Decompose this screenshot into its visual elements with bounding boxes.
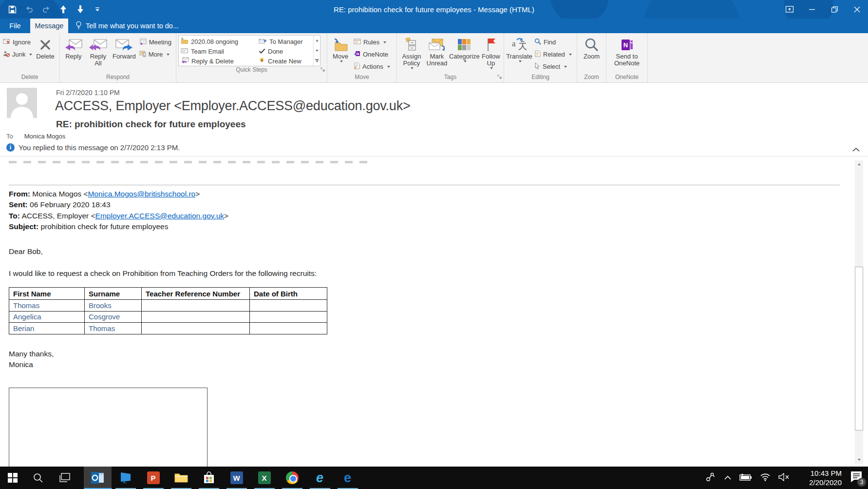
junk-icon [3, 51, 10, 59]
taskbar-edge[interactable]: e [334, 467, 361, 489]
scroll-down-button[interactable] [855, 456, 863, 464]
collapse-header-chevron-icon[interactable] [852, 145, 860, 154]
follow-up-button[interactable]: Follow Up [480, 36, 502, 69]
done-check-icon [259, 48, 265, 55]
minimize-button[interactable] [801, 0, 823, 19]
create-new-icon [259, 57, 265, 65]
ribbon-group-delete: Ignore Junk Delete Delete [0, 33, 60, 82]
junk-button[interactable]: Junk [1, 49, 33, 59]
more-respond-button[interactable]: More [138, 49, 174, 59]
quick-step-item[interactable]: Team Email [181, 46, 259, 56]
meeting-button[interactable]: Meeting [138, 37, 174, 47]
table-header-row: First NameSurnameTeacher Reference Numbe… [9, 288, 327, 300]
to-recipient[interactable]: Monica Mogos [24, 133, 66, 140]
taskbar-search-button[interactable] [25, 467, 51, 489]
quick-step-item[interactable]: 2020.08 ongoing [181, 37, 259, 46]
quick-step-item[interactable]: Reply & Delete [181, 56, 259, 66]
gallery-down-button[interactable] [314, 46, 320, 56]
sender-avatar[interactable] [7, 88, 37, 118]
gallery-up-button[interactable] [314, 36, 320, 46]
action-center-button[interactable]: 3 [849, 470, 864, 485]
taskbar-internet-explorer[interactable]: e [306, 467, 334, 489]
volume-muted-icon[interactable] [778, 473, 790, 483]
taskbar-powerpoint[interactable]: P [139, 467, 167, 489]
from-email-link[interactable]: Monica.Mogos@britishschool.ro [88, 190, 195, 198]
taskbar-excel[interactable]: X [250, 467, 278, 489]
email-table: First NameSurnameTeacher Reference Numbe… [9, 287, 327, 334]
ribbon-display-options-icon[interactable] [778, 0, 801, 19]
select-button[interactable]: Select [533, 61, 574, 72]
from-line: From: Monica Mogos <Monica.Mogos@british… [9, 189, 228, 199]
delete-button[interactable]: Delete [33, 36, 58, 60]
tell-me-box[interactable]: Tell me what you want to do... [68, 19, 186, 33]
start-button[interactable] [0, 467, 25, 489]
scroll-up-button[interactable] [855, 160, 863, 168]
reply-infobar: i You replied to this message on 2/7/202… [6, 143, 180, 152]
categorize-button[interactable]: Categorize [449, 36, 480, 62]
tab-file[interactable]: File [0, 19, 30, 33]
clock-time: 10:43 PM [798, 469, 842, 478]
quick-step-label: Create New [268, 58, 302, 65]
forward-label: Forward [113, 53, 136, 60]
excel-icon: X [258, 471, 271, 484]
zoom-icon [585, 37, 599, 53]
quick-step-item[interactable]: Done [259, 46, 314, 56]
sent-line: Sent: 06 February 2020 18:43 [9, 199, 228, 210]
follow-up-flag-icon [485, 37, 497, 53]
show-hidden-icons-chevron[interactable] [724, 473, 732, 482]
lightbulb-icon [75, 21, 82, 31]
find-button[interactable]: Find [533, 37, 574, 47]
onenote-button[interactable]: N OneNote [352, 49, 394, 59]
table-cell [142, 300, 250, 312]
close-button[interactable] [846, 0, 868, 19]
quick-step-item[interactable]: To Manager [259, 37, 314, 46]
message-sender[interactable]: ACCESS, Employer <Employer.ACCESS@educat… [55, 98, 411, 114]
group-label-respond: Respond [60, 74, 176, 82]
taskbar-remote-desktop[interactable] [112, 467, 139, 489]
ignore-label: Ignore [13, 39, 31, 46]
send-to-onenote-button[interactable]: N Send to OneNote [612, 36, 642, 67]
tab-message[interactable]: Message [30, 19, 68, 33]
pen-workspace-icon[interactable] [705, 471, 716, 484]
related-button[interactable]: Related [533, 49, 574, 59]
taskbar-store[interactable] [195, 467, 223, 489]
taskbar-file-explorer[interactable] [167, 467, 195, 489]
vertical-scrollbar[interactable] [855, 160, 863, 464]
folder-icon [181, 38, 189, 45]
dropdown-caret-icon [464, 60, 467, 62]
rules-button[interactable]: Rules [352, 37, 394, 47]
wifi-icon[interactable] [760, 473, 771, 483]
task-view-button[interactable] [51, 467, 79, 489]
zoom-button[interactable]: Zoom [579, 36, 604, 60]
actions-button[interactable]: Actions [352, 61, 394, 72]
restore-button[interactable] [823, 0, 846, 19]
taskbar-chrome[interactable] [278, 467, 306, 489]
translate-button[interactable]: a Translate [506, 36, 533, 62]
window-controls [778, 0, 868, 19]
gallery-more-button[interactable] [314, 56, 320, 66]
dialog-launcher-icon[interactable] [321, 67, 325, 74]
quoted-headers: From: Monica Mogos <Monica.Mogos@british… [9, 189, 228, 233]
forward-button[interactable]: Forward [111, 36, 138, 60]
forward-icon [115, 37, 133, 53]
scrollbar-thumb[interactable] [855, 267, 863, 430]
group-label-tags: Tags [397, 74, 504, 82]
ignore-button[interactable]: Ignore [1, 37, 33, 47]
battery-icon[interactable] [739, 473, 752, 483]
assign-policy-button[interactable]: Assign Policy [398, 36, 425, 69]
ribbon-group-editing: a Translate Find Related Select Edit [504, 33, 577, 82]
dropdown-caret-icon [569, 54, 572, 56]
reply-all-button[interactable]: Reply All [86, 36, 111, 67]
subject-line: Subject: prohibition check for future em… [9, 221, 228, 232]
mark-unread-button[interactable]: Mark Unread [425, 36, 449, 67]
taskbar-word[interactable]: W [223, 467, 250, 489]
categorize-label: Categorize [449, 53, 480, 60]
taskbar-clock[interactable]: 10:43 PM 2/20/2020 [798, 469, 842, 487]
quick-step-item[interactable]: Create New [259, 56, 314, 66]
to-email-link[interactable]: Employer.ACCESS@education.gov.uk [95, 212, 224, 220]
dropdown-caret-icon [490, 67, 493, 69]
reply-button[interactable]: Reply [61, 36, 86, 60]
move-button[interactable]: Move [329, 36, 352, 62]
taskbar-outlook[interactable] [84, 467, 112, 489]
dialog-launcher-icon[interactable] [497, 74, 502, 81]
